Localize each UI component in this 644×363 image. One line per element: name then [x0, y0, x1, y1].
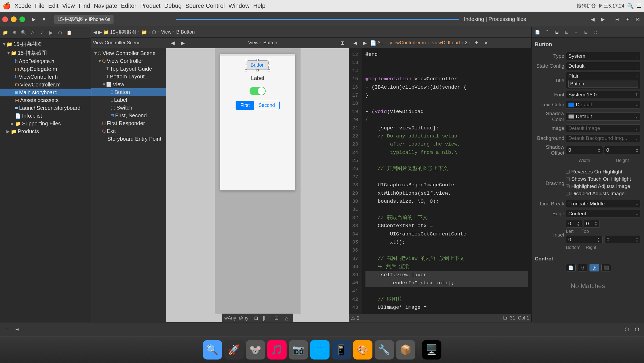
- dock-packages[interactable]: 📦: [396, 340, 415, 360]
- ib-storyboard-entry[interactable]: → Storyboard Entry Point: [91, 135, 166, 143]
- dock-safari[interactable]: 🌐: [310, 340, 330, 360]
- tree-item-appdelegate-h[interactable]: h AppDelegate.h: [0, 57, 91, 65]
- dock-launchpad[interactable]: 🚀: [224, 340, 244, 360]
- tree-item-main-storyboard[interactable]: ■ Main.storyboard: [0, 89, 91, 96]
- filter-button[interactable]: ⊟: [13, 326, 21, 333]
- effects-inspector-btn[interactable]: ◎: [591, 28, 600, 36]
- dock-finder[interactable]: 🔍: [203, 340, 222, 360]
- ib-scene[interactable]: ▼ ⬡ View Controller Scene: [91, 49, 166, 57]
- edge-value[interactable]: Content ⌄: [566, 210, 641, 218]
- breadcrumb-project[interactable]: 15-拼幕截图: [110, 29, 136, 35]
- canvas-align[interactable]: ⊟: [272, 314, 281, 322]
- nav-previous[interactable]: ◀: [588, 16, 597, 23]
- help-inspector-btn[interactable]: ?: [543, 28, 551, 36]
- breakpoint-navigator-icon[interactable]: ⬡: [56, 29, 64, 37]
- dock-tools[interactable]: 🔧: [375, 340, 394, 360]
- state-value[interactable]: Default ⌄: [566, 62, 641, 70]
- maximize-button[interactable]: [19, 16, 25, 22]
- view-toggle-1[interactable]: ⊟: [613, 16, 621, 23]
- attributes-inspector-btn[interactable]: ⊟: [552, 28, 561, 36]
- tree-item-supporting[interactable]: ▶ 📁 Supporting Files: [0, 120, 91, 128]
- shadow-color-swatch[interactable]: [568, 114, 574, 119]
- disabled-checkbox[interactable]: ✓: [566, 192, 570, 195]
- connections-inspector-btn[interactable]: →: [572, 28, 580, 36]
- report-navigator-icon[interactable]: 📋: [65, 29, 73, 37]
- seg-first[interactable]: First: [236, 101, 254, 110]
- breadcrumb-folder[interactable]: 📁: [141, 29, 147, 35]
- ui-segmented-control[interactable]: First Second: [236, 101, 279, 110]
- menu-extras[interactable]: ☰: [636, 3, 641, 9]
- tree-item-infoplist[interactable]: 📄 Info.plist: [0, 112, 91, 120]
- code-lines[interactable]: @end @implementation ViewController - (I…: [362, 48, 531, 314]
- tree-item-viewcontroller-m[interactable]: m ViewController.m: [0, 81, 91, 89]
- canvas-forward[interactable]: ▶: [179, 39, 187, 47]
- search-icon[interactable]: 🔍: [627, 3, 634, 9]
- close-button[interactable]: [2, 16, 8, 22]
- ib-top-layout[interactable]: T Top Layout Guide: [91, 65, 166, 73]
- menu-source-control[interactable]: Source Control: [185, 2, 225, 9]
- file-inspector-btn[interactable]: 📄: [533, 28, 542, 36]
- ui-switch[interactable]: [250, 87, 266, 95]
- minimize-button[interactable]: [11, 16, 17, 22]
- test-navigator-icon[interactable]: ✓: [38, 29, 46, 37]
- menu-edit[interactable]: Edit: [48, 2, 58, 9]
- assistant-button[interactable]: ⬡: [633, 326, 641, 333]
- breadcrumb-file-code[interactable]: ViewController.m: [389, 40, 426, 46]
- canvas-zoom[interactable]: ⊞: [338, 39, 347, 47]
- shadow-height-input[interactable]: 0 ▲▼: [604, 146, 641, 154]
- font-value[interactable]: System 15.0 T: [566, 91, 641, 99]
- breadcrumb-method[interactable]: -viewDidLoad: [431, 40, 460, 46]
- dock-sketch[interactable]: 🎨: [353, 340, 372, 360]
- size-inspector-btn[interactable]: ⊡: [562, 28, 571, 36]
- menu-window[interactable]: Window: [229, 2, 250, 9]
- menu-xcode[interactable]: Xcode: [14, 2, 31, 9]
- tree-item-root[interactable]: ▼ 📁 15-拼幕截图: [0, 40, 91, 49]
- breadcrumb-storyboard[interactable]: ⬡: [152, 29, 156, 35]
- scheme-selector[interactable]: 15-拼幕截图 ▸ iPhone 6s: [54, 15, 114, 24]
- code-forward[interactable]: ▶: [361, 39, 369, 47]
- menu-find[interactable]: Find: [79, 2, 90, 9]
- shadow-width-input[interactable]: 0 ▲▼: [566, 146, 603, 154]
- menu-debug[interactable]: Debug: [164, 2, 182, 9]
- input-method[interactable]: 搜狗拼音: [577, 3, 596, 9]
- ib-label[interactable]: L Label: [91, 96, 166, 104]
- ui-button[interactable]: Button: [247, 60, 269, 70]
- tree-item-viewcontroller-h[interactable]: h ViewController.h: [0, 73, 91, 81]
- canvas-fit[interactable]: ⊡: [252, 314, 260, 322]
- control-icon-2[interactable]: {}: [578, 264, 587, 271]
- ui-button-container[interactable]: Button: [247, 60, 269, 70]
- image-value[interactable]: Default Image ⌄: [566, 124, 641, 132]
- ib-switch[interactable]: ◯ Switch: [91, 104, 166, 112]
- canvas-add-constraint[interactable]: |⊢|: [262, 314, 270, 322]
- text-color-swatch[interactable]: [568, 103, 574, 107]
- run-button[interactable]: ▶: [30, 16, 38, 23]
- apple-menu[interactable]: 🍎: [3, 2, 11, 10]
- dock-terminal[interactable]: 🖥️: [422, 340, 441, 360]
- breadcrumb-button[interactable]: B Button: [176, 29, 195, 35]
- control-icon-3[interactable]: ◎: [590, 264, 599, 271]
- menu-product[interactable]: Product: [140, 2, 160, 9]
- code-add[interactable]: +: [472, 39, 481, 47]
- control-icon-4[interactable]: ⬛: [601, 264, 611, 271]
- view-toggle-3[interactable]: ⊠: [633, 16, 642, 23]
- inset-top-input[interactable]: 0 ▲▼: [584, 220, 600, 228]
- tree-item-project[interactable]: ▼ 📁 15-拼幕截图: [0, 49, 91, 57]
- ib-bottom-layout[interactable]: T Bottom Layout...: [91, 73, 166, 81]
- text-color-value[interactable]: Default ⌄: [566, 101, 641, 109]
- shadow-color-value[interactable]: Default ⌄: [566, 112, 641, 121]
- ib-button[interactable]: B Button: [91, 88, 166, 96]
- control-icon-1[interactable]: 📄: [566, 264, 576, 271]
- dock-photos[interactable]: 📷: [289, 340, 308, 360]
- ib-segmented[interactable]: ⊟ First, Second: [91, 112, 166, 119]
- line-break-value[interactable]: Truncate Middle ⌄: [566, 200, 641, 208]
- symbol-navigator-icon[interactable]: ⚙: [11, 29, 18, 37]
- inset-bottom-input[interactable]: 0 ▲▼: [566, 236, 603, 244]
- highlighted-checkbox[interactable]: ✓: [566, 184, 570, 188]
- menu-view[interactable]: View: [62, 2, 75, 9]
- stop-button[interactable]: ■: [40, 16, 48, 23]
- breadcrumb-nav-prev[interactable]: ◀: [93, 29, 97, 35]
- breadcrumb-project-code[interactable]: A...: [377, 40, 385, 46]
- breadcrumb-nav-next[interactable]: ▶: [98, 29, 102, 35]
- view-toggle-2[interactable]: ⊞: [623, 16, 632, 23]
- tree-item-assets[interactable]: ⊞ Assets.xcassets: [0, 96, 91, 104]
